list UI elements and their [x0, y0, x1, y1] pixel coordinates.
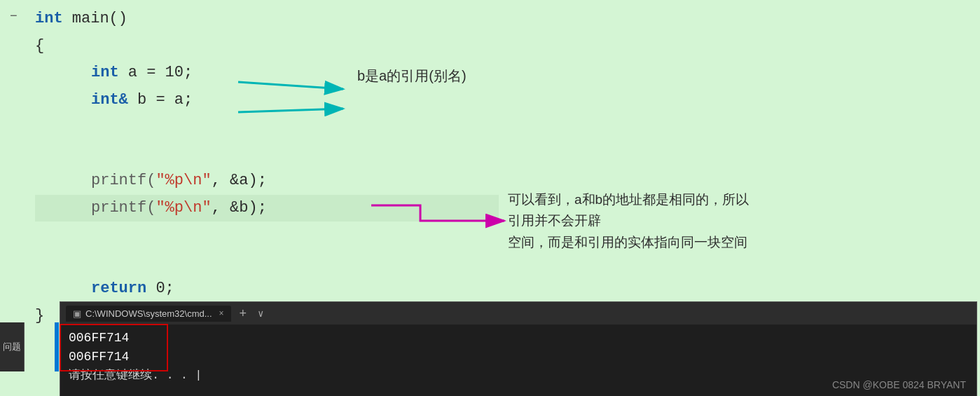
keyword-int-a: int — [91, 60, 119, 87]
return-val: 0; — [146, 275, 174, 303]
keyword-return: return — [91, 275, 146, 303]
code-line-9 — [35, 221, 499, 249]
problem-tab-label: 问题 — [3, 341, 21, 353]
terminal-chevron[interactable]: ∨ — [255, 308, 266, 320]
terminal-tab-close[interactable]: × — [219, 308, 224, 318]
printf-a-str: "%p\n" — [156, 168, 211, 195]
printf-a-fn: printf( — [91, 168, 156, 195]
main-fn: main() — [63, 6, 127, 33]
printf-a-args: , &a); — [212, 168, 267, 195]
keyword-intref: int& — [91, 87, 128, 114]
keyword-int-main: int — [35, 6, 63, 33]
terminal-address-1: 006FF714 — [69, 329, 968, 348]
code-line-2: { — [35, 33, 499, 60]
collapse-icon[interactable]: − — [10, 6, 18, 28]
code-line-1: − int main() — [35, 6, 499, 33]
code-line-7: printf( "%p\n" , &a); — [35, 168, 499, 195]
main-container: − int main() { int a = 10; int& b = a; p… — [0, 0, 980, 396]
code-line-6 — [35, 141, 499, 168]
ref-annotation: b是a的引用(别名) — [357, 67, 467, 86]
code-editor[interactable]: − int main() { int a = 10; int& b = a; p… — [0, 0, 504, 301]
var-a-decl: a = 10; — [119, 60, 193, 87]
code-line-8: printf( "%p\n" , &b); — [35, 195, 499, 222]
open-brace: { — [35, 33, 44, 60]
printf-b-args: , &b); — [212, 195, 267, 222]
addr-annotation: 可以看到，a和b的地址都是相同的，所以引用并不会开辟 空间，而是和引用的实体指向… — [508, 189, 760, 253]
csdn-watermark: CSDN @KOBE 0824 BRYANT — [832, 379, 966, 390]
close-brace: } — [35, 303, 44, 330]
code-line-4: int& b = a; — [35, 87, 499, 114]
terminal-tab[interactable]: ▣ C:\WINDOWS\system32\cmd... × — [66, 306, 231, 322]
terminal-tab-icon: ▣ — [73, 308, 81, 319]
terminal-tab-bar: ▣ C:\WINDOWS\system32\cmd... × + ∨ — [60, 302, 976, 325]
var-b-decl: b = a; — [128, 87, 193, 114]
blue-accent-bar — [55, 322, 59, 371]
code-line-10 — [35, 249, 499, 276]
terminal-cursor: | — [195, 369, 202, 382]
terminal-add-tab[interactable]: + — [234, 306, 253, 321]
printf-b-str: "%p\n" — [156, 195, 211, 222]
terminal-address-2: 006FF714 — [69, 348, 968, 367]
code-line-5 — [35, 114, 499, 141]
left-problem-tab[interactable]: 问题 — [0, 322, 25, 371]
terminal-tab-label: C:\WINDOWS\system32\cmd... — [85, 308, 212, 319]
code-line-11: return 0; — [35, 275, 499, 303]
printf-b-fn: printf( — [91, 195, 156, 222]
